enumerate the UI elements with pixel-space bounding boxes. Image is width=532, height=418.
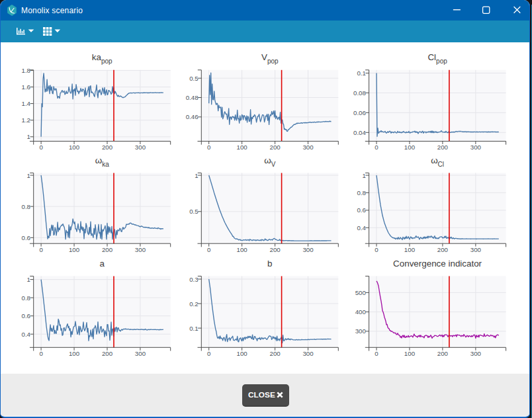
svg-text:500: 500 — [355, 289, 367, 296]
svg-text:200: 200 — [270, 350, 281, 357]
svg-text:300: 300 — [470, 246, 482, 253]
svg-text:300: 300 — [470, 350, 482, 357]
svg-text:ωCl: ωCl — [431, 155, 444, 168]
svg-text:1: 1 — [27, 133, 30, 140]
svg-text:100: 100 — [404, 144, 416, 151]
svg-text:0.6: 0.6 — [22, 312, 30, 319]
svg-text:0.2: 0.2 — [189, 300, 198, 308]
svg-text:200: 200 — [437, 350, 449, 357]
svg-text:300: 300 — [135, 144, 146, 151]
svg-text:0.8: 0.8 — [22, 294, 30, 302]
svg-text:0.5: 0.5 — [189, 208, 198, 215]
svg-text:300: 300 — [135, 246, 146, 253]
svg-text:100: 100 — [69, 144, 80, 151]
svg-text:0.46: 0.46 — [186, 113, 199, 120]
svg-text:300: 300 — [302, 350, 314, 357]
svg-text:1: 1 — [195, 172, 198, 179]
svg-text:1: 1 — [27, 276, 30, 283]
svg-text:200: 200 — [437, 246, 449, 253]
svg-text:Vpop: Vpop — [261, 52, 279, 65]
svg-text:200: 200 — [102, 246, 113, 253]
svg-text:200: 200 — [270, 144, 281, 151]
svg-text:1.2: 1.2 — [22, 116, 30, 124]
svg-text:0.4: 0.4 — [22, 331, 31, 338]
svg-text:a: a — [99, 259, 105, 269]
svg-text:100: 100 — [404, 246, 416, 253]
svg-text:0.5: 0.5 — [189, 75, 198, 82]
svg-text:0.3: 0.3 — [189, 276, 198, 283]
svg-text:0.48: 0.48 — [186, 94, 199, 101]
svg-text:Clpop: Clpop — [427, 52, 447, 65]
svg-text:1: 1 — [27, 172, 30, 179]
svg-text:0.6: 0.6 — [22, 234, 30, 241]
svg-text:300: 300 — [355, 327, 367, 335]
svg-text:Convergence indicator: Convergence indicator — [393, 259, 482, 269]
svg-text:1.8: 1.8 — [22, 67, 30, 74]
svg-text:100: 100 — [237, 246, 248, 253]
svg-text:200: 200 — [270, 246, 281, 253]
svg-text:0: 0 — [207, 246, 211, 253]
svg-text:100: 100 — [404, 350, 416, 357]
svg-text:0.4: 0.4 — [357, 224, 366, 231]
svg-text:300: 300 — [302, 144, 314, 151]
svg-text:200: 200 — [102, 350, 113, 357]
svg-text:100: 100 — [237, 144, 248, 151]
svg-text:1.6: 1.6 — [22, 83, 30, 91]
svg-text:0.08: 0.08 — [353, 89, 366, 97]
svg-text:0: 0 — [375, 144, 378, 151]
svg-text:ωV: ωV — [264, 155, 275, 168]
svg-text:200: 200 — [437, 144, 449, 151]
svg-text:0: 0 — [39, 246, 43, 253]
svg-text:1: 1 — [363, 172, 366, 179]
svg-text:300: 300 — [302, 246, 314, 253]
svg-text:0: 0 — [375, 246, 378, 253]
svg-text:100: 100 — [69, 246, 80, 253]
svg-text:0.8: 0.8 — [22, 203, 30, 210]
svg-text:400: 400 — [355, 308, 367, 315]
svg-text:0.06: 0.06 — [353, 109, 366, 116]
svg-text:100: 100 — [237, 350, 248, 357]
svg-text:0: 0 — [207, 144, 211, 151]
svg-text:200: 200 — [102, 144, 113, 151]
svg-text:0.6: 0.6 — [357, 206, 365, 214]
svg-text:0.1: 0.1 — [189, 325, 198, 332]
svg-text:kapop: kapop — [92, 52, 112, 65]
svg-text:1.4: 1.4 — [22, 100, 31, 107]
svg-text:0.04: 0.04 — [353, 129, 366, 136]
svg-text:ωka: ωka — [95, 155, 109, 168]
svg-text:300: 300 — [470, 144, 482, 151]
svg-text:0.1: 0.1 — [357, 69, 365, 77]
svg-text:0: 0 — [39, 350, 43, 357]
svg-text:b: b — [267, 259, 272, 269]
svg-text:0: 0 — [375, 350, 378, 357]
svg-text:0.8: 0.8 — [357, 189, 365, 196]
svg-text:0: 0 — [39, 144, 43, 151]
svg-text:100: 100 — [69, 350, 80, 357]
svg-text:300: 300 — [135, 350, 146, 357]
svg-text:0: 0 — [207, 350, 211, 357]
